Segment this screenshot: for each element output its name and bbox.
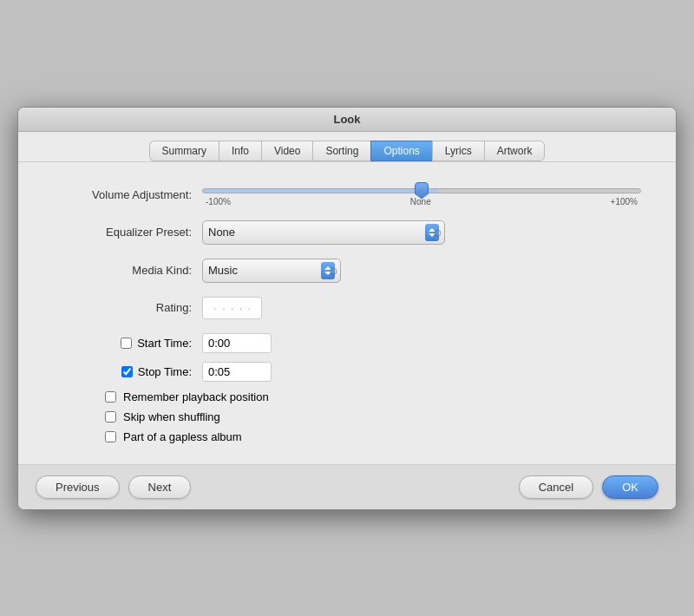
extra-checkboxes: Remember playback position Skip when shu… <box>53 390 641 443</box>
volume-label: Volume Adjustment: <box>53 188 192 201</box>
skip-shuffling-checkbox[interactable] <box>105 411 116 423</box>
arrow-up-icon <box>429 228 435 232</box>
start-time-input[interactable] <box>202 333 272 353</box>
start-time-checkbox-label: Start Time: <box>53 337 192 350</box>
remember-playback-checkbox[interactable] <box>105 391 116 403</box>
tab-lyrics[interactable]: Lyrics <box>432 141 484 161</box>
remember-playback-label: Remember playback position <box>123 390 269 403</box>
tab-options[interactable]: Options <box>370 141 431 161</box>
skip-shuffling-row: Skip when shuffling <box>105 410 641 423</box>
equalizer-arrows <box>425 224 439 241</box>
media-kind-dropdown[interactable]: Music <box>202 259 341 283</box>
rating-stars[interactable]: · · · · · <box>202 297 262 319</box>
stop-time-checkbox-label: Stop Time: <box>53 365 192 378</box>
gapless-album-label: Part of a gapless album <box>123 430 242 443</box>
start-time-checkbox[interactable] <box>121 337 132 349</box>
previous-button[interactable]: Previous <box>36 475 120 499</box>
dialog-title: Look <box>333 113 360 126</box>
stop-time-checkbox[interactable] <box>121 366 133 377</box>
content-area: Volume Adjustment: -100% None +100% Equa… <box>18 162 676 464</box>
media-arrow-down-icon <box>324 272 331 275</box>
volume-row: Volume Adjustment: -100% None +100% <box>53 183 641 206</box>
cancel-button[interactable]: Cancel <box>519 475 593 499</box>
next-button[interactable]: Next <box>128 475 192 499</box>
tab-video[interactable]: Video <box>261 141 312 161</box>
media-arrow-up-icon <box>324 266 331 270</box>
tabs-container: Summary Info Video Sorting Options Lyric… <box>18 132 676 162</box>
star-3[interactable]: · <box>231 301 234 315</box>
media-kind-label: Media Kind: <box>53 264 192 277</box>
stop-time-label: Stop Time: <box>138 365 192 378</box>
rating-label: Rating: <box>53 301 192 314</box>
star-1[interactable]: · <box>213 301 217 315</box>
tab-info[interactable]: Info <box>219 141 261 161</box>
rating-row: Rating: · · · · · <box>53 297 641 319</box>
star-4[interactable]: · <box>239 301 243 315</box>
ok-button[interactable]: OK <box>602 475 658 499</box>
title-bar: Look <box>18 108 676 132</box>
bottom-bar: Previous Next Cancel OK <box>18 464 676 509</box>
volume-slider-area: -100% None +100% <box>202 183 641 206</box>
start-time-row: Start Time: <box>53 333 641 353</box>
gapless-album-row: Part of a gapless album <box>105 430 641 443</box>
gapless-album-checkbox[interactable] <box>105 431 116 442</box>
tab-summary[interactable]: Summary <box>149 141 219 161</box>
volume-slider[interactable] <box>202 188 641 193</box>
media-kind-row: Media Kind: Music <box>53 259 641 283</box>
equalizer-row: Equalizer Preset: None <box>53 220 641 245</box>
stop-time-row: Stop Time: <box>53 362 641 382</box>
bottom-right-buttons: Cancel OK <box>519 475 658 499</box>
arrow-down-icon <box>429 233 435 237</box>
tab-sorting[interactable]: Sorting <box>312 141 370 161</box>
star-2[interactable]: · <box>222 301 226 315</box>
tab-artwork[interactable]: Artwork <box>484 141 546 161</box>
dialog: Look Summary Info Video Sorting Options … <box>17 107 677 510</box>
volume-min-label: -100% <box>206 197 231 206</box>
media-kind-arrows <box>321 262 335 279</box>
bottom-left-buttons: Previous Next <box>36 475 191 499</box>
equalizer-value: None <box>208 226 420 239</box>
equalizer-label: Equalizer Preset: <box>53 226 192 239</box>
equalizer-dropdown-wrapper: None <box>202 220 445 245</box>
start-time-label: Start Time: <box>137 337 192 350</box>
star-5[interactable]: · <box>248 301 252 315</box>
media-kind-dropdown-wrapper: Music <box>202 259 341 283</box>
media-kind-value: Music <box>208 264 316 277</box>
volume-max-label: +100% <box>611 197 638 206</box>
remember-playback-row: Remember playback position <box>105 390 641 403</box>
stop-time-input[interactable] <box>202 362 272 382</box>
equalizer-dropdown[interactable]: None <box>202 220 445 245</box>
skip-shuffling-label: Skip when shuffling <box>123 410 220 423</box>
